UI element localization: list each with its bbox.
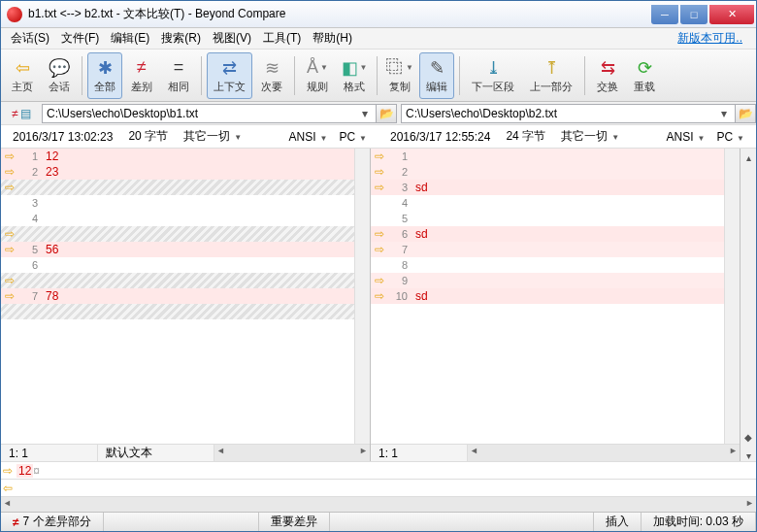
insert-mode: 插入 [594, 513, 642, 531]
toolbar-重载[interactable]: ⟳重载 [627, 52, 662, 99]
window-title: b1.txt <--> b2.txt - 文本比较(T) - Beyond Co… [28, 6, 649, 22]
arrow-left-icon: ⇦ [3, 482, 13, 495]
load-time: 加载时间: 0.03 秒 [642, 513, 756, 531]
text-line[interactable]: ⇨3sd [371, 180, 724, 195]
important-diff: 重要差异 [259, 513, 330, 531]
menu-tools[interactable]: 工具(T) [257, 28, 307, 49]
app-window: b1.txt <--> b2.txt - 文本比较(T) - Beyond Co… [0, 0, 757, 532]
toolbar-复制[interactable]: ⿻▼复制 [382, 52, 417, 99]
right-path-input[interactable]: ▾ [401, 104, 736, 123]
left-browse-button[interactable]: 📂 [376, 104, 397, 123]
left-size: 20 字节 [128, 128, 168, 145]
text-line[interactable]: 5 [371, 211, 724, 226]
new-version-link[interactable]: 新版本可用.. [672, 28, 748, 49]
left-encoding[interactable]: ANSI▼ [288, 130, 327, 144]
text-line[interactable]: ⇨ [1, 180, 354, 195]
text-line[interactable]: ⇨9 [371, 273, 724, 288]
scrollbar-horizontal[interactable] [468, 445, 740, 461]
menu-help[interactable]: 帮助(H) [307, 28, 358, 49]
menu-search[interactable]: 搜索(R) [155, 28, 207, 49]
not-equal-icon: ≠ [13, 515, 19, 529]
toolbar-下一区段[interactable]: ⤓下一区段 [465, 52, 521, 99]
text-line[interactable]: ⇨ [1, 226, 354, 242]
text-line[interactable]: ⇨7 [371, 242, 724, 257]
toolbar-主页[interactable]: ⇦主页 [5, 52, 40, 99]
toolbar: ⇦主页💬会话✱全部≠差别=相同⇄上下文≋次要Å▼规则◧▼格式⿻▼复制✎编辑⤓下一… [1, 50, 756, 102]
right-browse-button[interactable]: 📂 [735, 104, 756, 123]
dropdown-icon[interactable]: ▾ [358, 107, 372, 120]
text-line[interactable]: ⇨223 [1, 164, 354, 180]
right-encoding[interactable]: ANSI▼ [666, 130, 705, 144]
left-filter[interactable]: 其它一切▼ [183, 128, 242, 145]
toolbar-交换[interactable]: ⇆交换 [590, 52, 625, 99]
scrollbar-horizontal[interactable] [214, 445, 370, 461]
toolbar-全部[interactable]: ✱全部 [87, 52, 122, 99]
diff-count: 7 个差异部分 [23, 514, 91, 530]
inline-diff-right: ⇦ [1, 479, 756, 496]
text-line[interactable]: 3 [1, 195, 354, 211]
text-line[interactable]: ⇨ [1, 273, 354, 288]
inline-diff-left: ⇨ 12¤ [1, 461, 756, 479]
menubar: 会话(S) 文件(F) 编辑(E) 搜索(R) 视图(V) 工具(T) 帮助(H… [1, 28, 756, 50]
left-path-input[interactable]: ▾ [42, 104, 377, 123]
toolbar-差别[interactable]: ≠差别 [124, 52, 159, 99]
scrollbar-vertical[interactable] [724, 149, 740, 444]
collapse-icon[interactable]: ◆ [744, 432, 752, 443]
right-size: 24 字节 [506, 128, 545, 145]
toolbar-会话[interactable]: 💬会话 [42, 52, 77, 99]
text-line[interactable]: ⇨112 [1, 149, 354, 164]
left-editor[interactable]: ⇨112⇨223⇨34⇨⇨5566⇨⇨778 [1, 149, 370, 444]
text-line[interactable]: 8 [371, 257, 724, 273]
menu-session[interactable]: 会话(S) [5, 28, 55, 49]
dropdown-icon[interactable]: ▾ [717, 107, 731, 120]
right-pos: 1: 1 [371, 445, 468, 461]
statusbar: ≠7 个差异部分 重要差异 插入 加载时间: 0.03 秒 [1, 512, 756, 531]
text-line[interactable]: ⇨556 [1, 242, 354, 257]
menu-view[interactable]: 视图(V) [207, 28, 257, 49]
expand-down-icon[interactable]: ▾ [746, 450, 751, 461]
titlebar[interactable]: b1.txt <--> b2.txt - 文本比较(T) - Beyond Co… [1, 1, 756, 28]
right-filter[interactable]: 其它一切▼ [561, 128, 619, 145]
text-line[interactable]: ⇨6sd [371, 226, 724, 242]
text-line[interactable]: ⇨10sd [371, 288, 724, 304]
left-path-field[interactable] [47, 107, 358, 120]
pathbar: ≠▤ ▾ 📂 ▾ 📂 [1, 102, 756, 125]
minimize-button[interactable]: ─ [651, 5, 678, 24]
scrollbar-vertical[interactable] [354, 149, 370, 444]
right-platform[interactable]: PC▼ [716, 130, 744, 144]
menu-edit[interactable]: 编辑(E) [105, 28, 155, 49]
left-timestamp: 2016/3/17 13:02:23 [13, 130, 113, 144]
left-pane: ⇨112⇨223⇨34⇨⇨5566⇨⇨778 1: 1 默认文本 [1, 149, 371, 461]
statbar-left-right: 2016/3/17 13:02:23 20 字节 其它一切▼ ANSI▼ PC▼… [1, 125, 756, 149]
toolbar-上下文[interactable]: ⇄上下文 [207, 52, 252, 99]
compare-mode-icon[interactable]: ≠▤ [1, 107, 42, 120]
toolbar-次要[interactable]: ≋次要 [254, 52, 289, 99]
right-controls: ▴ ◆ ▾ [741, 149, 756, 461]
text-line[interactable]: ⇨2 [371, 164, 724, 180]
expand-up-icon[interactable]: ▴ [746, 152, 751, 163]
right-pane: ⇨1⇨2⇨3sd45⇨6sd⇨78⇨9⇨10sd 1: 1 [371, 149, 741, 461]
text-line[interactable]: ⇨778 [1, 288, 354, 304]
toolbar-编辑[interactable]: ✎编辑 [419, 52, 454, 99]
toolbar-相同[interactable]: =相同 [161, 52, 196, 99]
text-line[interactable]: ⇨1 [371, 149, 724, 164]
toolbar-格式[interactable]: ◧▼格式 [337, 52, 372, 99]
arrow-right-icon: ⇨ [3, 464, 13, 478]
toolbar-规则[interactable]: Å▼规则 [300, 52, 335, 99]
toolbar-上一部分[interactable]: ⤒上一部分 [523, 52, 579, 99]
text-line[interactable]: 6 [1, 257, 354, 273]
right-editor[interactable]: ⇨1⇨2⇨3sd45⇨6sd⇨78⇨9⇨10sd [371, 149, 740, 444]
text-line[interactable]: 4 [371, 195, 724, 211]
right-path-field[interactable] [406, 107, 717, 120]
left-mode: 默认文本 [98, 445, 214, 461]
inline-diff-text: 12 [16, 464, 33, 478]
close-button[interactable]: ✕ [709, 5, 754, 24]
left-platform[interactable]: PC▼ [339, 130, 367, 144]
left-pos: 1: 1 [1, 445, 98, 461]
text-line[interactable] [1, 304, 354, 319]
text-line[interactable]: 4 [1, 211, 354, 226]
menu-file[interactable]: 文件(F) [55, 28, 105, 49]
compare-panes: ⇨112⇨223⇨34⇨⇨5566⇨⇨778 1: 1 默认文本 ⇨1⇨2⇨3s… [1, 149, 756, 461]
scrollbar-horizontal-bottom[interactable] [1, 496, 756, 512]
maximize-button[interactable]: □ [680, 5, 708, 24]
